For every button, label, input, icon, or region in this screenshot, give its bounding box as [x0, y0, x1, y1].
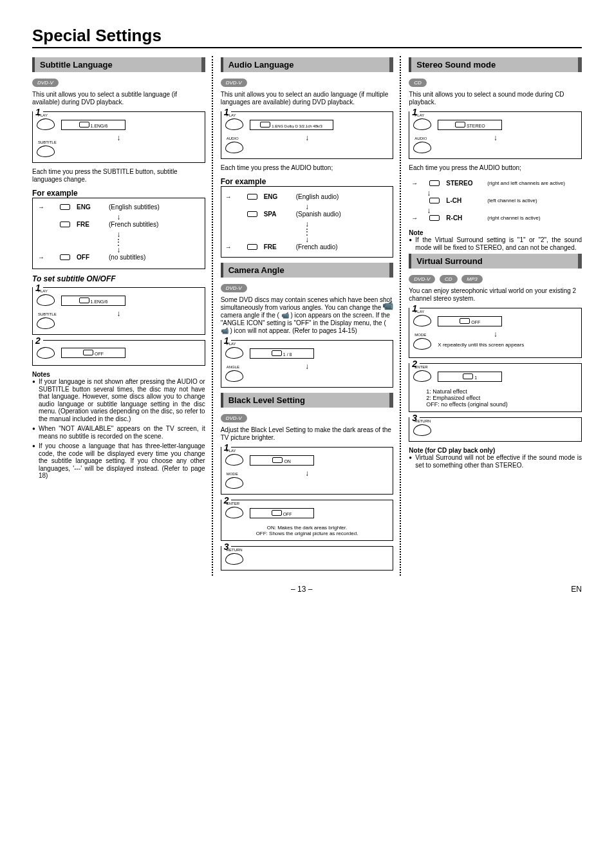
mode-label: MODE	[227, 472, 238, 476]
column-3: Stereo Sound mode CD This unit allows yo…	[409, 56, 582, 576]
return-button-icon	[225, 553, 243, 565]
badge-dvdv: DVD-V	[221, 284, 247, 292]
note-item: If your language is not shown after pres…	[32, 378, 205, 422]
play-label: PLAY	[38, 289, 48, 293]
sec-virtual-surround: Virtual Surround	[409, 254, 582, 269]
play-button-icon	[37, 294, 55, 307]
osd-screen: STEREO	[438, 120, 502, 130]
badge-mp3: MP3	[461, 275, 482, 283]
stereo-note: If the Virtual Surround setting is "1" o…	[409, 236, 582, 251]
audio-label: AUDIO	[227, 137, 239, 140]
play-label: PLAY	[227, 113, 236, 117]
play-label: PLAY	[38, 113, 48, 117]
camera-intro-text: Some DVD discs may contain scenes which …	[221, 296, 392, 334]
stereo-step1-box: 1 PLAY STEREO ↓ AUDIO	[409, 111, 582, 159]
play-label: PLAY	[227, 342, 236, 346]
black-step3-box: 3 RETURN	[221, 546, 394, 571]
ex-desc: (left channel is active)	[487, 198, 537, 203]
badge-dvdv: DVD-V	[409, 275, 435, 283]
audio-example-box: → ENG (English audio) ↓ SPA (Spanish aud…	[221, 186, 394, 258]
play-button-icon	[37, 118, 55, 131]
ex-code: FRE	[264, 243, 290, 250]
ex-desc: (French audio)	[296, 243, 338, 250]
angle-label: ANGLE	[227, 365, 239, 369]
badge-dvdv: DVD-V	[221, 79, 247, 87]
ex-code: ENG	[264, 193, 290, 200]
camera-intro: Some DVD discs may contain scenes which …	[221, 296, 394, 335]
sub-onoff-step1: 1 PLAY 1.ENG/6 ↓ SUBTITLE	[32, 287, 205, 335]
notes-head: Notes	[32, 371, 205, 378]
ex-code: ENG	[77, 203, 102, 211]
stereo-intro: This unit allows you to select a sound m…	[409, 91, 582, 106]
mode-button-icon	[413, 338, 432, 350]
black-step2-box: 2 ENTER OFF ON: Makes the dark areas bri…	[221, 500, 394, 541]
osd-text: STEREO	[467, 124, 485, 128]
speech-icon	[60, 204, 70, 210]
black-off: OFF: Shows the original picture as recor…	[225, 531, 389, 536]
osd-screen: 1.ENG/6	[61, 296, 126, 306]
subtitle-button-icon	[37, 317, 55, 330]
enter-label: ENTER	[414, 365, 427, 369]
audio-intro: This unit allows you to select an audio …	[221, 91, 394, 106]
osd-screen: 1.ENG/6	[61, 120, 126, 130]
vs-hint: X repeatedly until this screen appears	[438, 342, 577, 348]
return-button-icon	[413, 424, 432, 437]
play-label: PLAY	[414, 113, 424, 117]
vs-opt: 2: Emphasized effect	[426, 395, 577, 401]
sec-audio-language: Audio Language	[221, 57, 394, 72]
mode-button-icon	[225, 477, 243, 489]
camera-step1-box: 1 PLAY 1 / 8 ↓ ANGLE	[221, 340, 394, 388]
ex-desc: (English audio)	[296, 193, 339, 200]
angle-button-icon	[225, 370, 243, 382]
stereo-note-head: Note	[409, 229, 582, 236]
vs-step3-box: 3 RETURN	[409, 417, 582, 442]
sub-onoff-step2: 2 OFF	[32, 340, 205, 366]
play-button-icon	[225, 118, 243, 131]
osd-text: 1 / 8	[283, 352, 292, 357]
subtitle-example-box: → ENG (English subtitles) ↓ FRE (French …	[32, 198, 205, 269]
subtitle-intro: This unit allows you to select a subtitl…	[32, 91, 205, 106]
return-label: RETURN	[414, 419, 431, 423]
osd-text: 1.ENG/6	[91, 299, 108, 304]
play-button-icon	[225, 347, 243, 359]
vs-intro: You can enjoy stereophonic virtual world…	[409, 287, 582, 303]
sub-onoff-head: To set subtitle ON/OFF	[32, 274, 205, 283]
badge-dvdv: DVD-V	[221, 414, 247, 422]
audio-after: Each time you press the AUDIO button;	[221, 164, 394, 172]
ex-desc: (Spanish audio)	[296, 211, 341, 218]
vs-step2-box: 2 ENTER 1 1: Natural effect 2: Emphasize…	[409, 363, 582, 412]
enter-label: ENTER	[227, 502, 239, 505]
osd-screen: OFF	[250, 508, 314, 518]
sec-stereo-sound: Stereo Sound mode	[409, 57, 582, 72]
camera-angle-icon: 📹	[382, 300, 393, 311]
vs-note: Virtual Surround will not be effective i…	[409, 454, 582, 469]
mode-label: MODE	[414, 333, 426, 337]
speech-icon	[79, 122, 89, 127]
arrow-icon: ↓	[37, 134, 201, 142]
osd-text: OFF	[283, 512, 292, 516]
audio-step1-box: 1 PLAY 1.ENG Dolby D 3/2.1ch 48k/3 ↓ AUD…	[221, 111, 394, 159]
stereo-after: Each time you press the AUDIO button;	[409, 164, 582, 172]
play-button-icon	[413, 118, 432, 131]
ex-code: STEREO	[446, 180, 481, 187]
step-number: 2	[33, 335, 43, 346]
enter-button-icon	[225, 507, 243, 519]
ex-desc: (English subtitles)	[109, 203, 160, 211]
osd-text: 1	[474, 375, 477, 380]
black-intro: Adjust the Black Level Setting to make t…	[221, 426, 394, 442]
ex-code: FRE	[77, 221, 102, 228]
play-button-icon	[225, 454, 243, 466]
play-label: PLAY	[227, 449, 236, 453]
vs-note-head: Note (for CD play back only)	[409, 447, 582, 454]
ex-desc: (right and left channels are active)	[487, 180, 565, 186]
ex-code: L-CH	[446, 197, 481, 204]
column-2: Audio Language DVD-V This unit allows yo…	[221, 56, 402, 576]
right-button-icon	[37, 347, 55, 359]
black-step1-box: 1 PLAY ON ↓ MODE	[221, 447, 394, 495]
badge-cd: CD	[409, 79, 427, 87]
osd-screen: 1	[438, 372, 502, 382]
note-item: If you choose a language that has three-…	[32, 442, 205, 480]
audio-icon	[429, 180, 440, 186]
ex-desc: (French subtitles)	[109, 221, 158, 228]
subtitle-after: Each time you press the SUBTITLE button,…	[32, 168, 205, 184]
